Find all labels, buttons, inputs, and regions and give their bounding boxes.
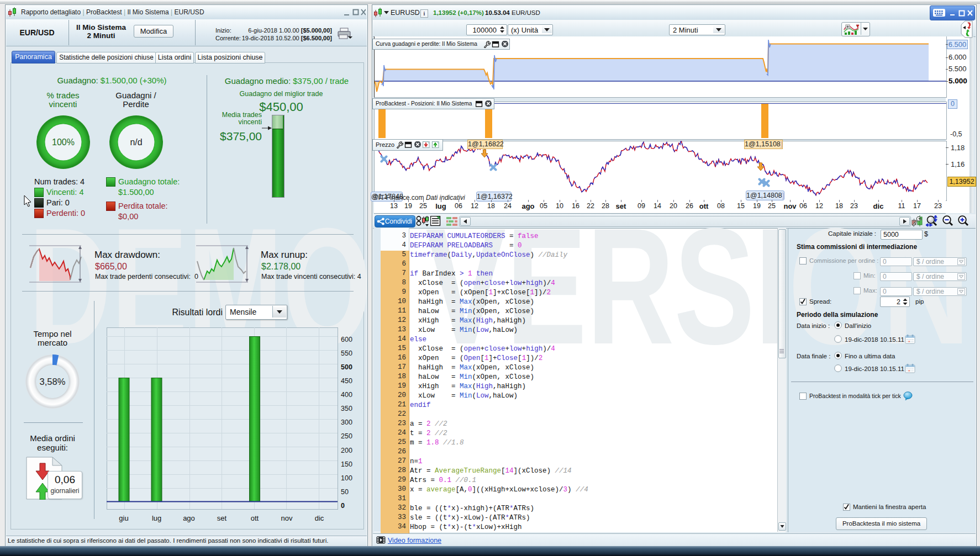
svg-text:100%: 100% <box>52 137 75 147</box>
svg-text:n/d: n/d <box>130 137 142 147</box>
svg-text:3,58%: 3,58% <box>40 377 66 386</box>
